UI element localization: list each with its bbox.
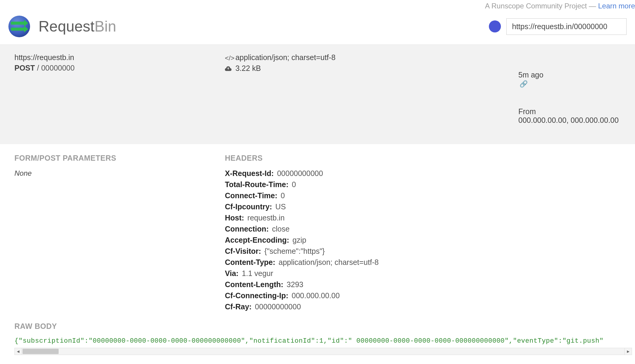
scrollbar-thumb[interactable] bbox=[23, 349, 59, 354]
header-value: gzip bbox=[290, 236, 306, 244]
code-icon: </> bbox=[225, 54, 233, 62]
scroll-left-button[interactable]: ◄ bbox=[15, 348, 22, 355]
header-key: Connect-Time: bbox=[225, 191, 278, 200]
header-row: Connect-Time: 0 bbox=[225, 191, 621, 200]
community-note-text: A Runscope Community Project — bbox=[485, 2, 598, 10]
permalink-icon[interactable]: 🔗 bbox=[520, 80, 528, 88]
bin-url-input[interactable] bbox=[506, 18, 627, 35]
header-key: Total-Route-Time: bbox=[225, 180, 289, 189]
headers-list: X-Request-Id: 00000000000Total-Route-Tim… bbox=[225, 169, 621, 311]
request-host: https://requestb.in bbox=[14, 53, 222, 62]
header-key: Cf-Ipcountry: bbox=[225, 202, 272, 211]
header-row: Connection: close bbox=[225, 225, 621, 233]
header-key: Cf-Ray: bbox=[225, 302, 252, 311]
scroll-right-button[interactable]: ► bbox=[624, 348, 632, 355]
header-key: Cf-Visitor: bbox=[225, 247, 261, 255]
header-value: 1.1 vegur bbox=[240, 269, 273, 278]
header-row: Via: 1.1 vegur bbox=[225, 269, 621, 278]
from-label: From bbox=[518, 107, 536, 116]
header-key: Via: bbox=[225, 269, 238, 278]
form-params-title: FORM/POST PARAMETERS bbox=[14, 154, 222, 162]
raw-body-title: RAW BODY bbox=[14, 322, 632, 331]
header-value: {"scheme":"https"} bbox=[262, 247, 325, 255]
header-value: 0 bbox=[279, 191, 285, 200]
summary-meta-column: </> application/json; charset=utf-8 3.22… bbox=[225, 53, 515, 135]
header-value: close bbox=[270, 225, 290, 233]
from-ips: 000.000.00.00, 000.000.00.00 bbox=[518, 116, 619, 124]
header-row: Content-Type: application/json; charset=… bbox=[225, 258, 621, 267]
summary-request-column: https://requestb.in POST / 00000000 bbox=[14, 53, 222, 135]
requestbin-logo-icon bbox=[8, 16, 30, 37]
header-key: Content-Length: bbox=[225, 280, 283, 289]
payload-size-value: 3.22 kB bbox=[235, 64, 261, 72]
content-type-value: application/json; charset=utf-8 bbox=[235, 53, 336, 62]
header-key: Host: bbox=[225, 214, 244, 222]
header-row: Content-Length: 3293 bbox=[225, 280, 621, 289]
header-row: X-Request-Id: 00000000000 bbox=[225, 169, 621, 178]
request-method-path: POST / 00000000 bbox=[14, 64, 222, 72]
request-details: FORM/POST PARAMETERS None HEADERS X-Requ… bbox=[0, 144, 635, 317]
community-project-note: A Runscope Community Project — Learn mor… bbox=[0, 0, 635, 10]
header-value: 3293 bbox=[284, 280, 303, 289]
header-value: 00000000000 bbox=[253, 302, 301, 311]
header-row: Total-Route-Time: 0 bbox=[225, 180, 621, 189]
header-value: US bbox=[273, 202, 286, 211]
header-key: Accept-Encoding: bbox=[225, 236, 289, 244]
status-indicator-dot bbox=[489, 20, 501, 32]
summary-origin-column: 5m ago 🔗 From 000.000.00.00, 000.000.00.… bbox=[518, 53, 627, 135]
time-ago-line: 5m ago 🔗 bbox=[518, 62, 627, 88]
payload-size-line: 3.22 kB bbox=[225, 64, 515, 73]
header-key: X-Request-Id: bbox=[225, 169, 274, 177]
header-value: application/json; charset=utf-8 bbox=[277, 258, 379, 266]
header-value: requestb.in bbox=[245, 214, 285, 222]
header-row: Cf-Visitor: {"scheme":"https"} bbox=[225, 247, 621, 256]
learn-more-link[interactable]: Learn more bbox=[598, 2, 635, 10]
header-key: Content-Type: bbox=[225, 258, 275, 266]
raw-body-horizontal-scrollbar[interactable]: ◄ ► bbox=[14, 348, 632, 355]
brand-strong: Request bbox=[38, 18, 94, 35]
cloud-upload-icon bbox=[225, 65, 233, 73]
raw-body-section: RAW BODY {"subscriptionId":"00000000-000… bbox=[0, 317, 635, 347]
page-header: RequestBin bbox=[0, 10, 635, 45]
header-row: Cf-Connecting-Ip: 000.000.00.00 bbox=[225, 291, 621, 300]
header-row: Accept-Encoding: gzip bbox=[225, 236, 621, 244]
header-row: Cf-Ipcountry: US bbox=[225, 202, 621, 211]
content-type-line: </> application/json; charset=utf-8 bbox=[225, 53, 515, 62]
brand-title: RequestBin bbox=[38, 18, 116, 35]
from-ip-line: From 000.000.00.00, 000.000.00.00 bbox=[518, 99, 627, 125]
request-path: / 00000000 bbox=[37, 64, 75, 72]
header-row: Host: requestb.in bbox=[225, 214, 621, 222]
header-row: Cf-Ray: 00000000000 bbox=[225, 302, 621, 311]
request-summary: https://requestb.in POST / 00000000 </> … bbox=[0, 45, 635, 144]
header-value: 00000000000 bbox=[275, 169, 323, 177]
header-value: 000.000.00.00 bbox=[290, 291, 340, 300]
raw-body-content: {"subscriptionId":"00000000-0000-0000-00… bbox=[14, 337, 632, 347]
headers-title: HEADERS bbox=[225, 154, 621, 162]
header-value: 0 bbox=[290, 180, 296, 189]
http-method: POST bbox=[14, 64, 35, 72]
header-key: Connection: bbox=[225, 225, 269, 233]
form-params-section: FORM/POST PARAMETERS None bbox=[14, 154, 222, 314]
form-params-none: None bbox=[14, 169, 222, 177]
time-ago-value: 5m ago bbox=[518, 71, 543, 79]
brand-light: Bin bbox=[94, 18, 116, 35]
headers-section: HEADERS X-Request-Id: 00000000000Total-R… bbox=[225, 154, 621, 314]
header-key: Cf-Connecting-Ip: bbox=[225, 291, 288, 300]
